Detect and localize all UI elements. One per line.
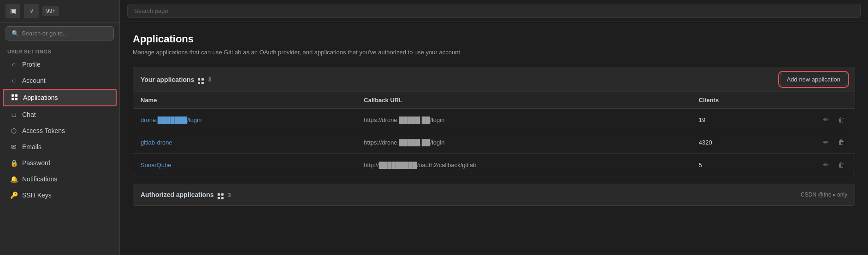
callback-url: https://drone.█████.██/login: [364, 116, 699, 123]
search-input[interactable]: [127, 4, 861, 18]
sidebar-item-label: Profile: [22, 61, 41, 68]
account-icon: ○: [10, 77, 18, 84]
notifications-icon: 🔔: [10, 175, 18, 183]
app-name-link[interactable]: SonarQube: [141, 162, 364, 168]
profile-icon: ○: [10, 61, 18, 68]
section-label: User settings: [0, 44, 119, 56]
sidebar-item-label: Emails: [22, 143, 41, 151]
search-icon: 🔍: [12, 30, 19, 37]
callback-url: http://█████████/oauth2/callback/gitlab: [364, 162, 699, 168]
grid-icon-apps: [198, 75, 204, 85]
branches-icon: ⑂: [30, 7, 33, 15]
app-name-link[interactable]: drone.███████/login: [141, 116, 364, 123]
sidebar-item-profile[interactable]: ○ Profile: [3, 57, 117, 72]
applications-icon: [11, 94, 18, 101]
sidebar-item-notifications[interactable]: 🔔 Notifications: [3, 171, 117, 187]
sidebar-search-placeholder: Search or go to...: [22, 30, 68, 37]
authorized-applications-section: Authorized applications 3 CSDN @the ▸ on…: [133, 184, 855, 206]
row-actions: ✏ 🗑: [810, 114, 847, 125]
sidebar-item-emails[interactable]: ✉ Emails: [3, 139, 117, 155]
sidebar-search[interactable]: 🔍 Search or go to...: [6, 26, 114, 41]
sidebar-item-access-tokens[interactable]: ⬡ Access Tokens: [3, 123, 117, 139]
table-row: SonarQube http://█████████/oauth2/callba…: [133, 154, 855, 176]
sidebar-item-chat[interactable]: □ Chat: [3, 107, 117, 122]
row-actions: ✏ 🗑: [810, 137, 847, 148]
callback-url: https://drone.█████.██/login: [364, 139, 699, 146]
notification-count: 99+: [46, 8, 55, 14]
authorized-title: Authorized applications 3: [141, 190, 231, 200]
your-apps-count: 3: [208, 76, 211, 83]
col-name: Name: [141, 97, 364, 104]
sidebar-item-label: Notifications: [22, 175, 57, 183]
edit-button[interactable]: ✏: [821, 114, 832, 125]
chat-icon: □: [10, 111, 18, 118]
table-header: Name Callback URL Clients: [133, 92, 855, 109]
access-tokens-icon: ⬡: [10, 127, 18, 134]
edit-button[interactable]: ✏: [821, 137, 832, 148]
sidebar-item-label: SSH Keys: [22, 191, 52, 199]
sidebar-item-password[interactable]: 🔒 Password: [3, 155, 117, 171]
page-body: Applications Manage applications that ca…: [120, 22, 868, 255]
csdn-note: CSDN @the ▸ only: [801, 191, 847, 198]
notifications-button[interactable]: 99+: [42, 6, 59, 16]
authorized-apps-title: Authorized applications: [141, 191, 214, 198]
delete-button[interactable]: 🗑: [835, 137, 847, 148]
col-callback: Callback URL: [364, 97, 699, 104]
grid-icon-auth: [218, 190, 224, 200]
section-title: Your applications 3: [141, 75, 212, 85]
sidebar-item-label: Applications: [23, 94, 58, 101]
main-content: Applications Manage applications that ca…: [120, 0, 868, 255]
sidebar-top-bar: ▣ ⑂ 99+: [0, 0, 119, 23]
delete-button[interactable]: 🗑: [835, 159, 847, 170]
your-applications-header: Your applications 3 Add new application: [133, 67, 855, 92]
table-row: gitlab-drone https://drone.█████.██/logi…: [133, 131, 855, 154]
top-search-bar: [120, 0, 868, 22]
sidebar-item-label: Access Tokens: [22, 127, 65, 134]
emails-icon: ✉: [10, 143, 18, 151]
your-apps-title: Your applications: [141, 76, 194, 83]
col-actions: [810, 97, 847, 104]
sidebar-item-account[interactable]: ○ Account: [3, 73, 117, 88]
clients-count: 5: [699, 162, 810, 168]
page-title: Applications: [133, 33, 855, 45]
row-actions: ✏ 🗑: [810, 159, 847, 170]
edit-button[interactable]: ✏: [821, 159, 832, 170]
page-description: Manage applications that can use GitLab …: [133, 49, 855, 56]
sidebar-item-label: Account: [22, 77, 46, 84]
panel-toggle-button[interactable]: ▣: [6, 4, 20, 18]
add-new-application-button[interactable]: Add new application: [780, 73, 847, 86]
password-icon: 🔒: [10, 159, 18, 167]
authorized-apps-count: 3: [228, 191, 231, 198]
col-clients: Clients: [699, 97, 810, 104]
delete-button[interactable]: 🗑: [835, 114, 847, 125]
sidebar-item-label: Password: [22, 159, 50, 167]
ssh-keys-icon: 🔑: [10, 191, 18, 199]
clients-count: 19: [699, 116, 810, 123]
applications-table: Name Callback URL Clients drone.███████/…: [133, 92, 855, 176]
sidebar-item-ssh-keys[interactable]: 🔑 SSH Keys: [3, 187, 117, 203]
sidebar-item-label: Chat: [22, 111, 36, 118]
branches-button[interactable]: ⑂: [24, 4, 39, 18]
sidebar: ▣ ⑂ 99+ 🔍 Search or go to... User settin…: [0, 0, 120, 255]
sidebar-nav: ○ Profile ○ Account Applications □ Chat …: [0, 56, 119, 255]
app-name-link[interactable]: gitlab-drone: [141, 139, 364, 146]
panel-icon: ▣: [10, 7, 16, 15]
sidebar-item-applications[interactable]: Applications: [3, 89, 117, 106]
clients-count: 4320: [699, 139, 810, 146]
table-row: drone.███████/login https://drone.█████.…: [133, 109, 855, 131]
